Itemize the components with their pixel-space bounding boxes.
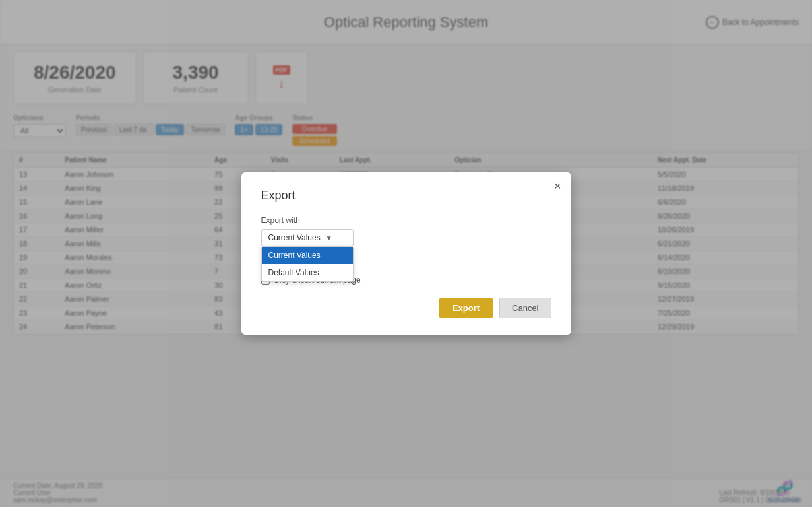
dropdown-option-current[interactable]: Current Values <box>262 247 353 264</box>
cancel-button[interactable]: Cancel <box>499 298 551 318</box>
export-dropdown-menu: Current Values Default Values <box>261 246 354 282</box>
modal-close-button[interactable]: × <box>554 180 561 192</box>
export-with-label: Export with <box>261 216 551 225</box>
modal-title: Export <box>261 189 551 203</box>
modal-overlay: Export × Export with Current Values ▼ Cu… <box>0 0 812 507</box>
modal-footer: Export Cancel <box>261 298 551 318</box>
export-button[interactable]: Export <box>439 298 493 318</box>
dropdown-selected-value: Current Values <box>268 233 321 242</box>
chevron-down-icon: ▼ <box>326 234 332 242</box>
dropdown-option-default[interactable]: Default Values <box>262 264 353 281</box>
export-dropdown-container: Current Values ▼ Current Values Default … <box>261 229 354 246</box>
export-modal: Export × Export with Current Values ▼ Cu… <box>241 172 571 335</box>
export-dropdown-trigger[interactable]: Current Values ▼ <box>261 229 354 246</box>
